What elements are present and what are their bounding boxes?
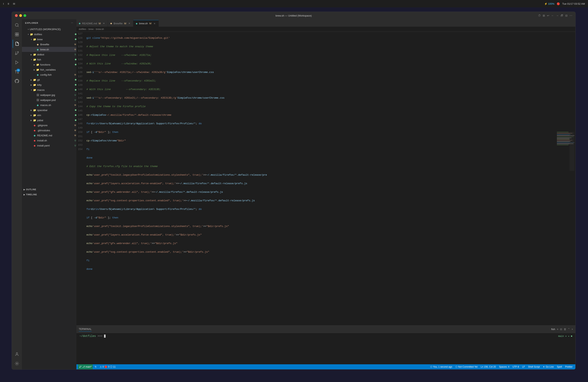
- status-branch[interactable]: ⎇ main*: [78, 364, 93, 369]
- sidebar-title: EXPLORER: [25, 22, 38, 24]
- activity-extensions[interactable]: [13, 30, 21, 39]
- new-terminal-button[interactable]: +: [557, 328, 558, 331]
- tree-item-dotbot[interactable]: ▶ 📁 dotbot S: [22, 52, 76, 57]
- file-icon: ◆: [36, 42, 40, 46]
- tree-item-git[interactable]: ▶ 📁 git: [22, 77, 76, 82]
- status-encoding[interactable]: UTF-8: [511, 364, 520, 369]
- tree-item-readme[interactable]: ◆ README.md M: [22, 133, 76, 138]
- code-area[interactable]: git clone 'https://github.com/migueravil…: [85, 32, 556, 325]
- tree-item-brewfile[interactable]: ◆ Brewfile M: [22, 42, 76, 47]
- status-go-live[interactable]: Go Live: [542, 364, 555, 369]
- menu-item-i[interactable]: I: [3, 2, 4, 5]
- terminal-header: TERMINAL fish + ⊟ 🗑 ⌃ ×: [76, 326, 575, 333]
- tree-badge: [75, 84, 76, 85]
- tree-item-yabai[interactable]: ▶ 📁 yabai: [22, 118, 76, 123]
- git-icon[interactable]: ↩: [547, 14, 549, 17]
- timeline-section[interactable]: ▶ TIMELINE: [22, 192, 76, 197]
- status-prettier[interactable]: Prettier: [564, 364, 574, 369]
- open-editor-icon[interactable]: 🗗: [561, 14, 563, 17]
- status-spell[interactable]: Spell: [556, 364, 563, 369]
- tree-item-wallpaper-psd[interactable]: 🖼 wallpaper.psd U: [22, 97, 76, 103]
- tree-item-config-fish[interactable]: ◆ config.fish M: [22, 72, 76, 77]
- status-language[interactable]: Shell Script: [527, 364, 541, 369]
- terminal-body[interactable]: ~/dotfiles >>> main ✕ ✦ ■: [76, 333, 575, 364]
- tree-item-macos-sh[interactable]: ◆ macos.sh M: [22, 103, 76, 107]
- status-cursor[interactable]: Ln 156, Col 20: [480, 364, 497, 369]
- status-eol[interactable]: LF: [521, 364, 526, 369]
- branch-label: ⎇ main*: [82, 365, 92, 368]
- activity-bottom: [13, 350, 21, 369]
- split-icon[interactable]: ⊞: [543, 14, 545, 17]
- tree-item-functions[interactable]: ▶ 📁 functions: [22, 62, 76, 67]
- breadcrumb-part-1[interactable]: dotfiles: [79, 28, 86, 31]
- terminal-trash-button[interactable]: 🗑: [564, 328, 566, 331]
- tree-item-kitty[interactable]: ▶ 📁 kitty: [22, 82, 76, 87]
- folder-icon: 📁: [33, 83, 36, 86]
- tab-close-button[interactable]: ×: [128, 22, 131, 25]
- tab-readme[interactable]: ◆ README.md M ×: [76, 20, 108, 27]
- tree-arrow: [33, 48, 36, 51]
- status-git-status[interactable]: Not Committed Yet: [454, 364, 479, 369]
- breadcrumb-sep: ›: [87, 28, 88, 31]
- folder-icon: 📁: [33, 58, 36, 61]
- editor-main[interactable]: 127128129130131 132133134135136 13713813…: [76, 32, 556, 325]
- tree-item-vim[interactable]: ▶ 📁 vim: [22, 113, 76, 118]
- more-icon[interactable]: ⋯: [569, 14, 572, 17]
- minimize-button[interactable]: [19, 14, 22, 17]
- close-button[interactable]: [15, 14, 18, 17]
- terminal-chevron-button[interactable]: ⌃: [568, 328, 570, 331]
- sidebar-header-actions: ⋯: [71, 22, 73, 24]
- workspace-root[interactable]: ▾ UNTITLED (WORKSPACE): [22, 27, 76, 32]
- maximize-button[interactable]: [23, 14, 26, 17]
- terminal-split-button[interactable]: ⊟: [560, 328, 562, 331]
- status-warnings[interactable]: ⚠ 0 🔴 0 ⓘ 11: [99, 364, 117, 369]
- tree-badge: M: [74, 124, 76, 127]
- status-git-info[interactable]: You, 1 second ago: [429, 364, 453, 369]
- status-sync[interactable]: ↻: [94, 364, 98, 369]
- tab-brewfile[interactable]: ◆ Brewfile M ×: [108, 20, 133, 27]
- tree-item-fish[interactable]: ▾ 📁 fish: [22, 57, 76, 62]
- activity-source-control[interactable]: [13, 49, 21, 57]
- tree-item-install-sh[interactable]: ◆ install.sh U: [22, 138, 76, 143]
- tree-item-brew[interactable]: ▾ 📁 brew: [22, 37, 76, 42]
- status-spaces[interactable]: Spaces: 4: [498, 364, 510, 369]
- activity-settings[interactable]: [13, 359, 21, 368]
- breadcrumb-part-2[interactable]: brew: [88, 28, 94, 31]
- tab-label: Brewfile: [114, 22, 123, 25]
- tree-item-spacebar[interactable]: ▶ 📁 spacebar: [22, 107, 76, 113]
- tree-item-wallpaper-jpg[interactable]: 🖼 wallpaper.jpg U: [22, 92, 76, 97]
- history-icon[interactable]: ⏱: [538, 14, 541, 17]
- tree-label: .gitmodules: [37, 129, 73, 132]
- terminal-tab[interactable]: TERMINAL: [79, 327, 92, 331]
- activity-git[interactable]: 29: [13, 67, 21, 76]
- tab-brew-sh[interactable]: ◆ brew.sh M ×: [133, 20, 159, 27]
- menu-bar-items: I II III: [3, 2, 15, 5]
- tree-item-gitignore[interactable]: ◆ .gitignore M: [22, 123, 76, 128]
- svg-point-9: [18, 72, 19, 74]
- new-file-icon[interactable]: ⋯: [71, 22, 73, 24]
- menu-item-iii[interactable]: III: [13, 2, 15, 5]
- activity-search[interactable]: [13, 21, 21, 29]
- tree-item-dotfiles[interactable]: ▾ 📁 dotfiles: [22, 32, 76, 37]
- back-icon[interactable]: ←: [551, 14, 554, 17]
- tree-item-install-yaml[interactable]: ◆ install.yaml U: [22, 143, 76, 148]
- activity-github[interactable]: [13, 77, 21, 85]
- tab-close-button[interactable]: ×: [153, 22, 156, 25]
- tab-close-button[interactable]: ×: [102, 22, 105, 25]
- tree-item-gitmodules[interactable]: ◆ .gitmodules M: [22, 128, 76, 133]
- activity-account[interactable]: [13, 350, 21, 359]
- folder-icon: 📁: [30, 32, 33, 36]
- menu-item-ii[interactable]: II: [8, 2, 9, 5]
- tree-item-macos[interactable]: ▾ 📁 macos: [22, 87, 76, 92]
- layout-icon[interactable]: ⊟: [565, 14, 567, 17]
- outline-section[interactable]: ▶ OUTLINE: [22, 187, 76, 192]
- activity-debug[interactable]: [13, 58, 21, 67]
- activity-explorer[interactable]: [13, 40, 21, 48]
- forward-icon[interactable]: →: [556, 14, 559, 17]
- terminal-close-button[interactable]: ×: [571, 328, 573, 331]
- svg-rect-2: [17, 33, 19, 34]
- sync-icon: ↻: [95, 365, 97, 368]
- tree-item-fish-variables[interactable]: ▶ 📁 fish_variables: [22, 67, 76, 72]
- breadcrumb-part-3[interactable]: brew.sh: [96, 28, 104, 31]
- tree-item-brew-sh[interactable]: ◆ brew.sh M: [22, 47, 76, 52]
